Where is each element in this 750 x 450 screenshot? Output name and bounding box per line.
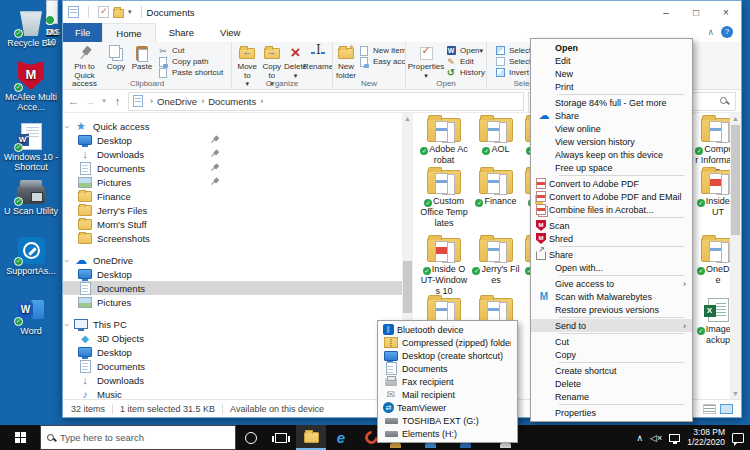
network-icon[interactable] xyxy=(669,434,680,442)
paste-button[interactable]: Paste xyxy=(129,44,155,72)
ribbon-tab[interactable]: File xyxy=(63,23,102,42)
new-folder-quick-icon[interactable] xyxy=(113,9,124,18)
nav-item[interactable]: Documents xyxy=(63,161,413,175)
nav-item[interactable]: Pictures xyxy=(63,295,413,309)
scroll-up-icon[interactable]: ▲ xyxy=(730,113,741,124)
recent-locations-caret-icon[interactable]: ▾ xyxy=(99,97,109,105)
nav-item[interactable]: Desktop xyxy=(63,345,413,359)
ribbon-tab[interactable]: Home xyxy=(102,23,155,42)
nav-item[interactable]: Finance xyxy=(63,189,413,203)
back-button[interactable]: ← xyxy=(65,95,82,107)
cut-button[interactable]: ✂Cut xyxy=(157,45,223,56)
context-menu-item[interactable]: Storage 84% full - Get more › xyxy=(531,96,692,109)
copy-button[interactable]: Copy xyxy=(103,44,129,72)
nav-item[interactable]: This PC xyxy=(63,317,413,331)
context-menu-item[interactable]: Combine files in Acrobat... › xyxy=(531,203,692,216)
nav-item[interactable]: Documents xyxy=(63,281,413,295)
send-to-item[interactable]: Compressed (zipped) folder xyxy=(378,336,517,349)
new-folder-button[interactable]: New folder xyxy=(336,44,356,80)
send-to-item[interactable]: Desktop (create shortcut) xyxy=(378,349,517,362)
expand-caret-icon[interactable] xyxy=(65,121,74,132)
nav-item[interactable]: Music xyxy=(63,387,413,399)
context-menu-item[interactable]: Free up space › xyxy=(531,161,692,174)
hidden-taskbar-icon[interactable] xyxy=(390,443,401,448)
context-menu-item[interactable]: Scan with Malwarebytes › xyxy=(531,290,692,303)
hidden-taskbar-icon[interactable] xyxy=(500,443,511,448)
ribbon-tab[interactable]: Share xyxy=(156,23,207,42)
history-button[interactable]: ↺History xyxy=(445,67,485,78)
file-explorer-taskbar-button[interactable] xyxy=(296,425,326,450)
taskbar-search-input[interactable]: Type here to search xyxy=(40,425,236,450)
details-view-icon[interactable] xyxy=(703,404,716,414)
hidden-icons-chevron-icon[interactable]: ∧ xyxy=(636,433,643,443)
context-menu-item[interactable]: Convert to Adobe PDF › xyxy=(531,177,692,190)
expand-caret-icon[interactable] xyxy=(65,319,74,330)
context-menu-item[interactable]: Open › xyxy=(531,41,692,54)
context-menu-item[interactable]: Delete › xyxy=(531,377,692,390)
file-item[interactable]: Custom Office Templates xyxy=(419,167,469,228)
context-menu-item[interactable]: Properties › xyxy=(531,406,692,419)
file-item[interactable]: AOL xyxy=(471,115,521,155)
send-to-item[interactable]: Documents xyxy=(378,362,517,375)
context-menu-item[interactable]: Convert to Adobe PDF and EMail › xyxy=(531,190,692,203)
context-menu-item[interactable]: Print › xyxy=(531,80,692,93)
desktop-icon-partial[interactable]: Do xyxy=(46,0,62,37)
context-menu-item[interactable]: Copy › xyxy=(531,348,692,361)
customize-toolbar-caret-icon[interactable]: ▾ xyxy=(128,8,132,16)
nav-item[interactable]: Desktop xyxy=(63,133,413,147)
breadcrumb-onedrive[interactable]: OneDrive xyxy=(157,96,197,107)
paste-shortcut-button[interactable]: Paste shortcut xyxy=(157,67,223,78)
properties-button[interactable]: Properties xyxy=(409,44,443,80)
nav-item[interactable]: 3D Objects xyxy=(63,331,413,345)
edit-button[interactable]: ✎Edit xyxy=(445,56,485,67)
close-button[interactable]: × xyxy=(711,1,741,23)
nav-item[interactable]: Documents xyxy=(63,359,413,373)
hidden-taskbar-icon[interactable] xyxy=(460,443,471,448)
collapse-ribbon-icon[interactable]: ∧ xyxy=(707,27,714,37)
rename-button[interactable]: Rename xyxy=(307,44,329,72)
scroll-thumb[interactable] xyxy=(403,261,412,313)
taskbar-clock[interactable]: 3:08 PM 1/22/2020 xyxy=(687,428,725,447)
context-menu-item[interactable]: Cut › xyxy=(531,335,692,348)
nav-item[interactable]: Quick access xyxy=(63,119,413,133)
copy-path-button[interactable]: Copy path xyxy=(157,56,223,67)
send-to-item[interactable]: Bluetooth device xyxy=(378,323,517,336)
task-view-button[interactable] xyxy=(266,425,296,450)
file-item[interactable]: Adobe Acrobat xyxy=(419,115,469,166)
nav-item[interactable]: Downloads xyxy=(63,373,413,387)
cortana-button[interactable] xyxy=(236,425,266,450)
send-to-item[interactable]: TOSHIBA EXT (G:) xyxy=(378,414,517,427)
context-menu-item[interactable]: View version history › xyxy=(531,135,692,148)
scroll-up-icon[interactable]: ▲ xyxy=(402,113,413,124)
context-menu-item[interactable]: Send to › xyxy=(531,319,692,332)
nav-item[interactable]: Pictures xyxy=(63,175,413,189)
minimize-button[interactable]: – xyxy=(651,1,681,23)
up-button[interactable]: ↑ xyxy=(109,95,126,107)
scroll-down-icon[interactable]: ▼ xyxy=(730,388,741,399)
file-item[interactable]: Finance xyxy=(471,167,521,207)
action-center-icon[interactable] xyxy=(732,433,744,443)
title-bar[interactable]: ▾ Documents – □ × xyxy=(63,1,741,23)
nav-item[interactable]: Downloads xyxy=(63,147,413,161)
large-icons-view-icon[interactable] xyxy=(720,404,733,414)
file-item[interactable]: Jerry's Files xyxy=(471,235,521,286)
context-menu-item[interactable]: Share › xyxy=(531,109,692,122)
maximize-button[interactable]: □ xyxy=(681,1,711,23)
context-menu-item[interactable]: Give access to › xyxy=(531,277,692,290)
send-to-item[interactable]: Fax recipient xyxy=(378,375,517,388)
send-to-item[interactable]: Mail recipient xyxy=(378,388,517,401)
context-menu-item[interactable]: Always keep on this device › xyxy=(531,148,692,161)
nav-item[interactable]: Desktop xyxy=(63,267,413,281)
edge-taskbar-button[interactable]: e xyxy=(326,425,356,450)
context-menu-item[interactable]: Scan › xyxy=(531,219,692,232)
context-menu-item[interactable]: View online › xyxy=(531,122,692,135)
help-icon[interactable]: ? xyxy=(721,26,733,38)
send-to-item[interactable]: Elements (H:) xyxy=(378,427,517,440)
context-menu-item[interactable]: Rename › xyxy=(531,390,692,403)
context-menu-item[interactable]: Open with... › xyxy=(531,261,692,274)
new-item-button[interactable]: New item xyxy=(358,45,406,56)
context-menu-item[interactable]: Edit › xyxy=(531,54,692,67)
nav-item[interactable]: Screenshots xyxy=(63,231,413,245)
context-menu-item[interactable]: Restore previous versions › xyxy=(531,303,692,316)
ribbon-tab[interactable]: View xyxy=(207,23,253,42)
